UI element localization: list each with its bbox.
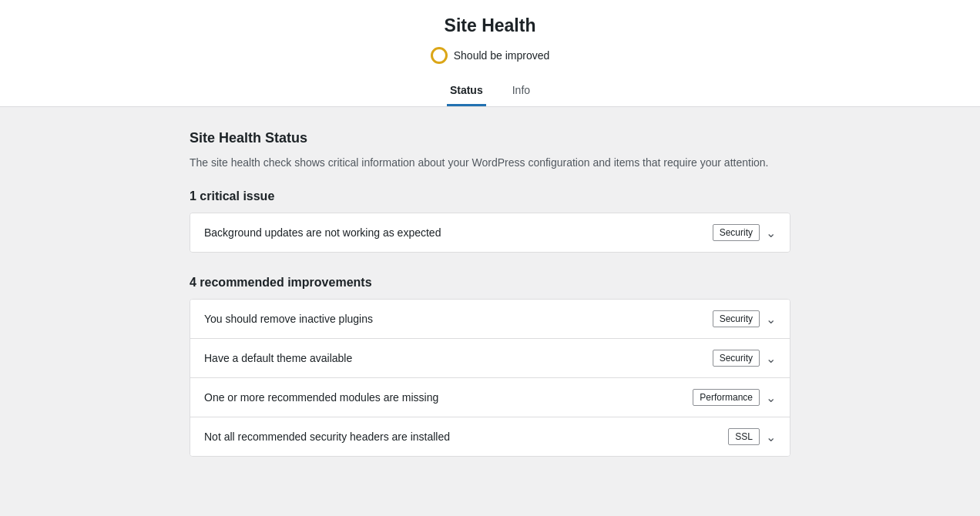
section-description: The site health check shows critical inf… [190,154,790,171]
table-row: Have a default theme available Security … [190,339,790,378]
issue-right: Security ⌄ [713,350,776,367]
chevron-down-icon[interactable]: ⌄ [766,312,776,327]
issue-label: Not all recommended security headers are… [204,431,450,443]
issue-tag: Performance [693,389,760,406]
critical-issues-list: Background updates are not working as ex… [190,213,790,253]
status-circle-icon [431,47,448,64]
issue-right: SSL ⌄ [728,428,776,445]
issue-right: Performance ⌄ [693,389,776,406]
issue-tag: Security [713,224,760,241]
chevron-down-icon[interactable]: ⌄ [766,351,776,366]
status-text: Should be improved [454,49,550,62]
issue-right: Security ⌄ [713,224,776,241]
page-title: Site Health [0,15,980,36]
chevron-down-icon[interactable]: ⌄ [766,226,776,240]
issue-right: Security ⌄ [713,310,776,327]
issue-label: Have a default theme available [204,352,352,364]
table-row: Not all recommended security headers are… [190,417,790,456]
tab-status[interactable]: Status [447,78,486,106]
table-row: You should remove inactive plugins Secur… [190,300,790,339]
recommended-improvements-heading: 4 recommended improvements [190,276,790,290]
issue-tag: Security [713,350,760,367]
table-row: One or more recommended modules are miss… [190,378,790,417]
recommended-issues-list: You should remove inactive plugins Secur… [190,299,790,457]
issue-tag: Security [713,310,760,327]
tab-bar: Status Info [0,78,980,106]
issue-label: Background updates are not working as ex… [204,226,441,239]
chevron-down-icon[interactable]: ⌄ [766,430,776,444]
issue-label: One or more recommended modules are miss… [204,391,438,404]
issue-label: You should remove inactive plugins [204,313,373,325]
status-indicator: Should be improved [431,47,550,64]
main-content: Site Health Status The site health check… [174,107,806,503]
table-row: Background updates are not working as ex… [190,213,790,252]
chevron-down-icon[interactable]: ⌄ [766,390,776,405]
section-title: Site Health Status [190,130,790,146]
tab-info[interactable]: Info [509,78,533,106]
critical-issues-heading: 1 critical issue [190,189,790,203]
issue-tag: SSL [728,428,760,445]
top-bar: Site Health Should be improved Status In… [0,0,980,107]
